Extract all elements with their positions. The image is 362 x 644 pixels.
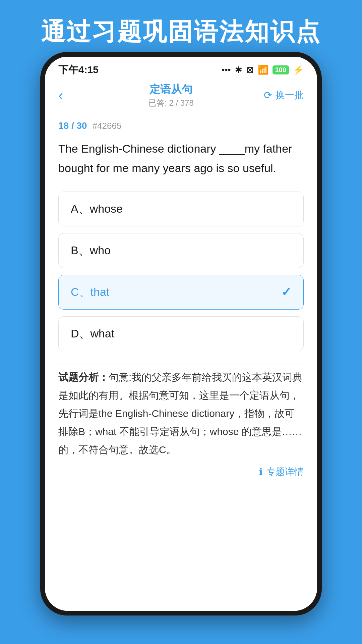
nav-center: 定语从句 已答: 2 / 378	[148, 82, 194, 108]
charging-icon: ⚡	[293, 65, 304, 75]
nav-subtitle: 已答: 2 / 378	[148, 98, 194, 108]
question-progress: 18 / 30	[58, 120, 87, 131]
nav-title: 定语从句	[148, 82, 194, 97]
question-text: The English-Chinese dictionary ____my fa…	[58, 139, 304, 178]
option-d[interactable]: D、what	[58, 316, 304, 351]
analysis-section: 试题分析：句意:我的父亲多年前给我买的这本英汉词典是如此的有用。根据句意可知，这…	[58, 365, 304, 482]
option-a-label: A、whose	[71, 201, 123, 217]
header-title: 通过习题巩固语法知识点	[41, 6, 321, 48]
detail-link[interactable]: ℹ 专题详情	[58, 459, 304, 482]
option-a[interactable]: A、whose	[58, 192, 304, 226]
phone-screen: 下午4:15 ••• ✱ ⊠ 📶 100 ⚡ ‹	[45, 57, 317, 611]
analysis-label: 试题分析：	[58, 372, 109, 383]
question-id: #42665	[93, 121, 122, 131]
back-button[interactable]: ‹	[58, 87, 78, 104]
checkmark-icon: ✓	[281, 285, 291, 299]
detail-label: 专题详情	[266, 466, 304, 478]
page-header: 通过习题巩固语法知识点	[0, 0, 362, 54]
question-meta: 18 / 30 #42665	[58, 120, 304, 131]
dots-icon: •••	[222, 65, 231, 75]
status-icons: ••• ✱ ⊠ 📶 100 ⚡	[222, 65, 304, 75]
status-bar: 下午4:15 ••• ✱ ⊠ 📶 100 ⚡	[45, 57, 317, 80]
option-d-label: D、what	[71, 326, 114, 341]
option-c-label: C、that	[71, 284, 109, 300]
phone-mockup: 下午4:15 ••• ✱ ⊠ 📶 100 ⚡ ‹	[40, 52, 322, 615]
analysis-text: 试题分析：句意:我的父亲多年前给我买的这本英汉词典是如此的有用。根据句意可知，这…	[58, 368, 304, 459]
wifi-icon: 📶	[258, 65, 268, 75]
phone-frame: 下午4:15 ••• ✱ ⊠ 📶 100 ⚡ ‹	[40, 52, 322, 615]
nav-bar: ‹ 定语从句 已答: 2 / 378 ⟳ 换一批	[45, 80, 317, 110]
refresh-icon: ⟳	[264, 89, 272, 101]
option-b-label: B、who	[71, 243, 111, 258]
option-b[interactable]: B、who	[58, 233, 304, 268]
bluetooth-icon: ✱	[235, 65, 242, 75]
status-time: 下午4:15	[58, 63, 99, 77]
info-icon: ℹ	[259, 466, 263, 477]
analysis-content: 句意:我的父亲多年前给我买的这本英汉词典是如此的有用。根据句意可知，这里是一个定…	[58, 372, 302, 455]
content-area: 18 / 30 #42665 The English-Chinese dicti…	[45, 110, 317, 611]
option-c[interactable]: C、that ✓	[58, 275, 304, 310]
options-list: A、whose B、who C、that ✓ D、what	[58, 192, 304, 351]
battery-icon: 100	[273, 65, 289, 74]
refresh-button[interactable]: ⟳ 换一批	[264, 89, 304, 102]
sim-icon: ⊠	[246, 65, 254, 75]
refresh-label: 换一批	[276, 89, 304, 102]
